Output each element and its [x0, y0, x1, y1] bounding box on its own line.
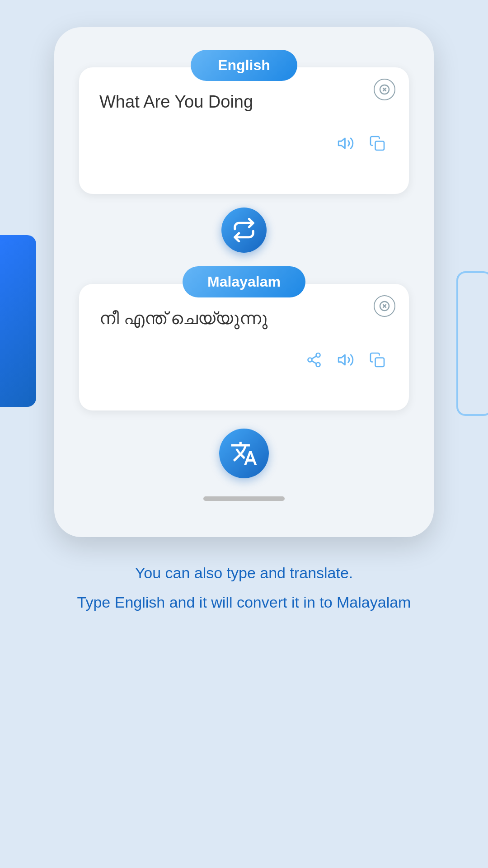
english-label: English	[191, 50, 297, 81]
svg-rect-14	[375, 358, 385, 367]
svg-marker-13	[338, 355, 345, 365]
swap-button[interactable]	[221, 208, 267, 253]
english-lang-pill: English	[79, 50, 409, 81]
english-box-actions	[99, 132, 389, 155]
malayalam-text-box: നീ എന്ത് ചെയ്യുന്നു	[79, 284, 409, 410]
english-text-box: What Are You Doing	[79, 67, 409, 194]
svg-line-12	[312, 356, 316, 359]
malayalam-share-button[interactable]	[303, 349, 325, 371]
close-english-button[interactable]	[374, 79, 395, 100]
bg-decor-left	[0, 235, 36, 407]
close-malayalam-button[interactable]	[374, 295, 395, 317]
svg-marker-3	[338, 138, 345, 148]
malayalam-label: Malayalam	[183, 266, 305, 297]
home-indicator	[79, 496, 409, 501]
phone-frame: English What Are You Doing	[54, 27, 434, 537]
home-indicator-bar	[203, 496, 285, 501]
bg-decor-right	[456, 271, 488, 416]
malayalam-text-content: നീ എന്ത് ചെയ്യുന്നു	[99, 307, 389, 330]
translate-fab-container	[79, 429, 409, 478]
translate-fab-button[interactable]	[219, 429, 269, 478]
svg-rect-4	[375, 142, 385, 151]
malayalam-speaker-button[interactable]	[334, 349, 357, 371]
malayalam-lang-pill: Malayalam	[79, 266, 409, 297]
bottom-text-section: You can also type and translate. Type En…	[41, 537, 447, 650]
english-copy-button[interactable]	[366, 132, 389, 155]
english-speaker-button[interactable]	[334, 132, 357, 155]
bottom-line1: You can also type and translate.	[77, 564, 411, 582]
english-text-content: What Are You Doing	[99, 90, 389, 114]
malayalam-box-actions	[99, 349, 389, 371]
swap-button-container	[79, 208, 409, 253]
svg-line-11	[312, 361, 316, 363]
malayalam-copy-button[interactable]	[366, 349, 389, 371]
bottom-line2: Type English and it will convert it in t…	[77, 591, 411, 614]
